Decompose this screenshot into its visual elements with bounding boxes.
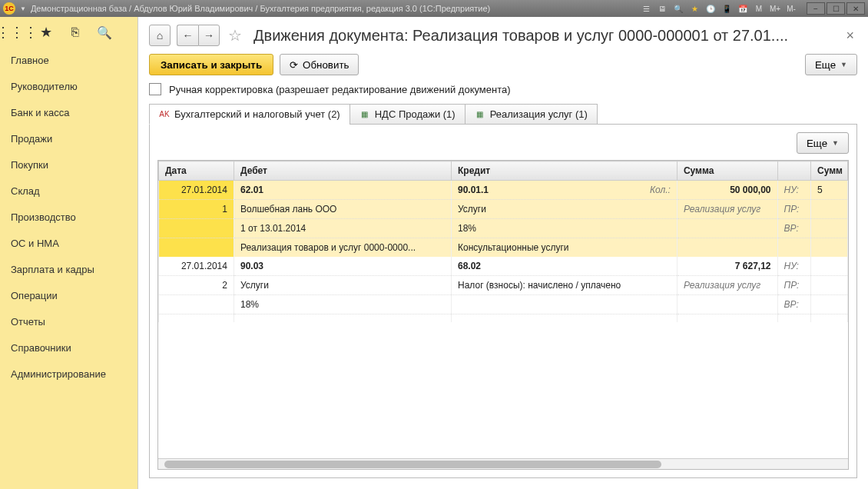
tb-tools-icon[interactable]: 🔍 <box>671 2 685 15</box>
column-header[interactable]: Дебет <box>234 161 451 181</box>
column-header[interactable] <box>777 161 811 181</box>
titlebar-title: Демонстрационная база / Абдулов Юрий Вла… <box>31 4 490 13</box>
table-row[interactable]: 1 от 13.01.201418%ВР: <box>159 219 848 238</box>
arrow-right-icon: → <box>204 29 214 42</box>
tb-m-icon[interactable]: M+ <box>768 2 782 15</box>
column-header[interactable]: Кредит <box>452 161 678 181</box>
tb-calc-icon[interactable]: 📱 <box>720 2 734 15</box>
sidebar-item[interactable]: Операции <box>0 283 137 309</box>
sidebar-item[interactable]: Администрирование <box>0 361 137 388</box>
column-header[interactable]: Сумма <box>677 161 777 181</box>
history-icon[interactable]: ⎘ <box>68 25 83 40</box>
tb-calendar-icon[interactable]: 📅 <box>736 2 750 15</box>
refresh-icon: ⟳ <box>290 59 298 71</box>
star-outline-icon: ☆ <box>228 26 242 45</box>
more-label: Еще <box>815 59 836 71</box>
sidebar-item[interactable]: Продажи <box>0 126 137 152</box>
tab-icon: AK <box>159 109 170 120</box>
table-row[interactable]: 2УслугиНалог (взносы): начислено / уплач… <box>159 276 848 295</box>
horizontal-scrollbar[interactable] <box>158 458 848 469</box>
column-header[interactable]: Сумм <box>811 161 848 181</box>
sidebar-item[interactable]: Банк и касса <box>0 100 137 126</box>
table-row[interactable] <box>159 314 848 323</box>
close-button[interactable]: ✕ <box>846 2 865 15</box>
chevron-down-icon: ▼ <box>832 139 839 147</box>
entries-grid[interactable]: ДатаДебетКредитСуммаСумм 27.01.201462.01… <box>158 161 848 322</box>
table-row[interactable]: Реализация товаров и услуг 0000-0000...К… <box>159 238 848 258</box>
window-controls: − ☐ ✕ <box>807 2 865 15</box>
table-row[interactable]: 27.01.201462.0190.01.1Кол.:50 000,00НУ:5 <box>159 181 848 200</box>
minimize-button[interactable]: − <box>807 2 825 15</box>
tab[interactable]: ▦НДС Продажи (1) <box>350 104 465 125</box>
sidebar-item[interactable]: Отчеты <box>0 309 137 335</box>
more-button[interactable]: Еще ▼ <box>805 54 857 75</box>
sidebar-item[interactable]: Главное <box>0 48 137 74</box>
main-panel: ⌂ ← → ☆ Движения документа: Реализация т… <box>138 17 868 489</box>
chevron-down-icon: ▼ <box>840 61 847 68</box>
app-logo-icon: 1C <box>3 2 15 15</box>
table-row[interactable]: 18%ВР: <box>159 295 848 314</box>
tab-icon: ▦ <box>475 109 485 120</box>
home-button[interactable]: ⌂ <box>149 25 171 46</box>
tb-fav-icon[interactable]: ★ <box>687 2 701 15</box>
tb-tools-icon[interactable]: ☰ <box>639 2 653 15</box>
table-row[interactable]: 27.01.201490.0368.027 627,12НУ: <box>159 257 848 276</box>
house-icon: ⌂ <box>157 29 163 42</box>
tb-m-icon[interactable]: M- <box>784 2 798 15</box>
maximize-button[interactable]: ☐ <box>827 2 845 15</box>
tab-icon: ▦ <box>359 109 370 120</box>
tab-label: Реализация услуг (1) <box>490 108 588 120</box>
tb-tools-icon[interactable]: 🖥 <box>655 2 669 15</box>
more-button-inner[interactable]: Еще ▼ <box>797 132 849 154</box>
sidebar-item[interactable]: Склад <box>0 178 137 205</box>
page-title: Движения документа: Реализация товаров и… <box>253 27 837 45</box>
tab[interactable]: ▦Реализация услуг (1) <box>465 104 598 125</box>
manual-edit-label: Ручная корректировка (разрешает редактир… <box>169 84 511 95</box>
sidebar-item[interactable]: Справочники <box>0 335 137 361</box>
titlebar: 1C ▼ Демонстрационная база / Абдулов Юри… <box>0 0 868 17</box>
arrow-left-icon: ← <box>183 29 194 42</box>
search-icon[interactable]: 🔍 <box>97 25 112 40</box>
sidebar-item[interactable]: Производство <box>0 205 137 231</box>
more-label: Еще <box>807 138 827 149</box>
tab-label: Бухгалтерский и налоговый учет (2) <box>174 108 340 120</box>
nav-forward-button[interactable]: → <box>198 25 220 46</box>
column-header[interactable]: Дата <box>159 161 234 181</box>
sidebar-item[interactable]: Покупки <box>0 152 137 178</box>
refresh-label: Обновить <box>303 59 349 71</box>
save-and-close-button[interactable]: Записать и закрыть <box>149 54 273 75</box>
sidebar-item[interactable]: Зарплата и кадры <box>0 257 137 283</box>
tb-clock-icon[interactable]: 🕒 <box>704 2 717 15</box>
table-row[interactable]: 1Волшебная лань ОООУслугиРеализация услу… <box>159 200 848 219</box>
sidebar-item[interactable]: ОС и НМА <box>0 231 137 257</box>
titlebar-dropdown-icon[interactable]: ▼ <box>20 5 26 12</box>
refresh-button[interactable]: ⟳ Обновить <box>280 54 359 75</box>
tab[interactable]: AKБухгалтерский и налоговый учет (2) <box>149 104 350 125</box>
nav-back-button[interactable]: ← <box>177 25 198 46</box>
menu-grid-icon[interactable]: ⋮⋮⋮ <box>9 25 25 40</box>
manual-edit-checkbox[interactable] <box>149 83 161 95</box>
sidebar-item[interactable]: Руководителю <box>0 74 137 100</box>
star-icon[interactable]: ★ <box>38 25 54 40</box>
tb-m-icon[interactable]: M <box>752 2 766 15</box>
tab-label: НДС Продажи (1) <box>375 108 456 120</box>
sidebar: ⋮⋮⋮ ★ ⎘ 🔍 ГлавноеРуководителюБанк и касс… <box>0 17 138 489</box>
favorite-toggle[interactable]: ☆ <box>226 26 244 45</box>
close-form-button[interactable]: × <box>843 28 857 44</box>
tab-panel: Еще ▼ ДатаДебетКредитСуммаСумм 27.01.201… <box>149 124 857 478</box>
